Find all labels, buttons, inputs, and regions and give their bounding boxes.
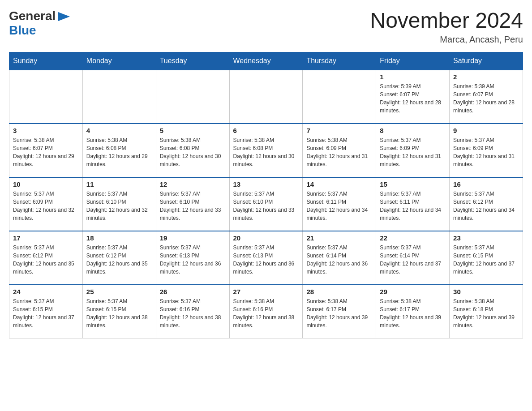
day-cell — [229, 70, 303, 124]
col-wednesday: Wednesday — [229, 52, 303, 70]
day-cell: 7Sunrise: 5:38 AM Sunset: 6:09 PM Daylig… — [303, 124, 376, 177]
logo-blue-text: Blue — [9, 23, 36, 38]
day-cell: 23Sunrise: 5:37 AM Sunset: 6:15 PM Dayli… — [450, 231, 523, 285]
day-number: 4 — [86, 127, 152, 134]
day-info: Sunrise: 5:37 AM Sunset: 6:10 PM Dayligh… — [160, 190, 226, 222]
logo-row2: Blue — [9, 23, 36, 38]
day-cell: 14Sunrise: 5:37 AM Sunset: 6:11 PM Dayli… — [303, 177, 376, 231]
day-cell: 24Sunrise: 5:37 AM Sunset: 6:15 PM Dayli… — [9, 285, 83, 338]
logo-row1: General — [9, 9, 71, 23]
location-title: Marca, Ancash, Peru — [370, 34, 523, 45]
day-number: 15 — [380, 180, 446, 188]
day-number: 1 — [380, 73, 446, 81]
week-row-0: 1Sunrise: 5:39 AM Sunset: 6:07 PM Daylig… — [9, 70, 523, 124]
day-info: Sunrise: 5:37 AM Sunset: 6:09 PM Dayligh… — [380, 136, 446, 168]
day-info: Sunrise: 5:38 AM Sunset: 6:07 PM Dayligh… — [13, 136, 79, 168]
day-number: 19 — [160, 234, 226, 242]
day-number: 11 — [86, 180, 152, 188]
day-number: 23 — [453, 234, 519, 242]
day-info: Sunrise: 5:39 AM Sunset: 6:07 PM Dayligh… — [453, 82, 519, 115]
day-cell: 15Sunrise: 5:37 AM Sunset: 6:11 PM Dayli… — [376, 177, 450, 231]
day-number: 5 — [160, 127, 226, 134]
day-cell: 21Sunrise: 5:37 AM Sunset: 6:14 PM Dayli… — [303, 231, 376, 285]
day-info: Sunrise: 5:37 AM Sunset: 6:12 PM Dayligh… — [13, 244, 79, 276]
day-number: 14 — [306, 180, 372, 188]
day-number: 8 — [380, 127, 446, 134]
day-cell: 26Sunrise: 5:37 AM Sunset: 6:16 PM Dayli… — [156, 285, 229, 338]
day-cell: 16Sunrise: 5:37 AM Sunset: 6:12 PM Dayli… — [450, 177, 523, 231]
col-saturday: Saturday — [450, 52, 523, 70]
day-number: 26 — [160, 288, 226, 295]
day-info: Sunrise: 5:38 AM Sunset: 6:09 PM Dayligh… — [306, 136, 372, 168]
title-area: November 2024 Marca, Ancash, Peru — [370, 9, 523, 45]
day-cell: 13Sunrise: 5:37 AM Sunset: 6:10 PM Dayli… — [229, 177, 303, 231]
day-cell: 22Sunrise: 5:37 AM Sunset: 6:14 PM Dayli… — [376, 231, 450, 285]
day-cell: 19Sunrise: 5:37 AM Sunset: 6:13 PM Dayli… — [156, 231, 229, 285]
day-info: Sunrise: 5:38 AM Sunset: 6:17 PM Dayligh… — [306, 297, 372, 330]
day-info: Sunrise: 5:38 AM Sunset: 6:08 PM Dayligh… — [160, 136, 226, 168]
logo-general-text: General — [9, 9, 56, 23]
col-friday: Friday — [376, 52, 450, 70]
logo: General Blue — [9, 9, 71, 38]
week-row-1: 3Sunrise: 5:38 AM Sunset: 6:07 PM Daylig… — [9, 124, 523, 177]
day-info: Sunrise: 5:37 AM Sunset: 6:11 PM Dayligh… — [380, 190, 446, 222]
col-thursday: Thursday — [303, 52, 376, 70]
day-number: 6 — [233, 127, 299, 134]
calendar-body: 1Sunrise: 5:39 AM Sunset: 6:07 PM Daylig… — [9, 70, 523, 338]
day-cell: 20Sunrise: 5:37 AM Sunset: 6:13 PM Dayli… — [229, 231, 303, 285]
day-cell — [82, 70, 156, 124]
header: General Blue November 2024 Marca, Ancash… — [9, 9, 523, 45]
day-number: 28 — [306, 288, 372, 295]
day-info: Sunrise: 5:38 AM Sunset: 6:08 PM Dayligh… — [86, 136, 152, 168]
col-tuesday: Tuesday — [156, 52, 229, 70]
day-info: Sunrise: 5:37 AM Sunset: 6:15 PM Dayligh… — [453, 244, 519, 276]
day-number: 22 — [380, 234, 446, 242]
day-cell: 10Sunrise: 5:37 AM Sunset: 6:09 PM Dayli… — [9, 177, 83, 231]
day-cell: 30Sunrise: 5:38 AM Sunset: 6:18 PM Dayli… — [450, 285, 523, 338]
day-info: Sunrise: 5:37 AM Sunset: 6:11 PM Dayligh… — [306, 190, 372, 222]
day-number: 20 — [233, 234, 299, 242]
day-info: Sunrise: 5:37 AM Sunset: 6:12 PM Dayligh… — [453, 190, 519, 222]
day-info: Sunrise: 5:37 AM Sunset: 6:16 PM Dayligh… — [160, 297, 226, 330]
day-cell: 5Sunrise: 5:38 AM Sunset: 6:08 PM Daylig… — [156, 124, 229, 177]
header-row: Sunday Monday Tuesday Wednesday Thursday… — [9, 52, 523, 70]
day-info: Sunrise: 5:37 AM Sunset: 6:14 PM Dayligh… — [380, 244, 446, 276]
day-cell: 11Sunrise: 5:37 AM Sunset: 6:10 PM Dayli… — [82, 177, 156, 231]
day-cell: 18Sunrise: 5:37 AM Sunset: 6:12 PM Dayli… — [82, 231, 156, 285]
week-row-2: 10Sunrise: 5:37 AM Sunset: 6:09 PM Dayli… — [9, 177, 523, 231]
day-cell: 2Sunrise: 5:39 AM Sunset: 6:07 PM Daylig… — [450, 70, 523, 124]
day-number: 10 — [13, 180, 79, 188]
day-info: Sunrise: 5:38 AM Sunset: 6:08 PM Dayligh… — [233, 136, 299, 168]
col-sunday: Sunday — [9, 52, 83, 70]
day-info: Sunrise: 5:37 AM Sunset: 6:10 PM Dayligh… — [86, 190, 152, 222]
day-cell: 4Sunrise: 5:38 AM Sunset: 6:08 PM Daylig… — [82, 124, 156, 177]
day-cell — [9, 70, 83, 124]
day-number: 30 — [453, 288, 519, 295]
day-cell: 25Sunrise: 5:37 AM Sunset: 6:15 PM Dayli… — [82, 285, 156, 338]
day-number: 2 — [453, 73, 519, 81]
day-cell: 12Sunrise: 5:37 AM Sunset: 6:10 PM Dayli… — [156, 177, 229, 231]
svg-marker-0 — [58, 12, 70, 21]
day-number: 24 — [13, 288, 79, 295]
day-cell: 29Sunrise: 5:38 AM Sunset: 6:17 PM Dayli… — [376, 285, 450, 338]
day-cell: 27Sunrise: 5:38 AM Sunset: 6:16 PM Dayli… — [229, 285, 303, 338]
day-number: 18 — [86, 234, 152, 242]
day-info: Sunrise: 5:37 AM Sunset: 6:12 PM Dayligh… — [86, 244, 152, 276]
day-number: 16 — [453, 180, 519, 188]
day-info: Sunrise: 5:37 AM Sunset: 6:09 PM Dayligh… — [13, 190, 79, 222]
calendar-header: Sunday Monday Tuesday Wednesday Thursday… — [9, 52, 523, 70]
day-cell: 9Sunrise: 5:37 AM Sunset: 6:09 PM Daylig… — [450, 124, 523, 177]
day-info: Sunrise: 5:38 AM Sunset: 6:17 PM Dayligh… — [380, 297, 446, 330]
col-monday: Monday — [82, 52, 156, 70]
day-info: Sunrise: 5:37 AM Sunset: 6:09 PM Dayligh… — [453, 136, 519, 168]
day-number: 21 — [306, 234, 372, 242]
day-number: 29 — [380, 288, 446, 295]
day-info: Sunrise: 5:38 AM Sunset: 6:16 PM Dayligh… — [233, 297, 299, 330]
day-info: Sunrise: 5:37 AM Sunset: 6:14 PM Dayligh… — [306, 244, 372, 276]
day-number: 3 — [13, 127, 79, 134]
day-cell: 1Sunrise: 5:39 AM Sunset: 6:07 PM Daylig… — [376, 70, 450, 124]
day-number: 7 — [306, 127, 372, 134]
day-cell — [156, 70, 229, 124]
day-cell: 6Sunrise: 5:38 AM Sunset: 6:08 PM Daylig… — [229, 124, 303, 177]
logo-arrow-icon — [57, 11, 71, 22]
